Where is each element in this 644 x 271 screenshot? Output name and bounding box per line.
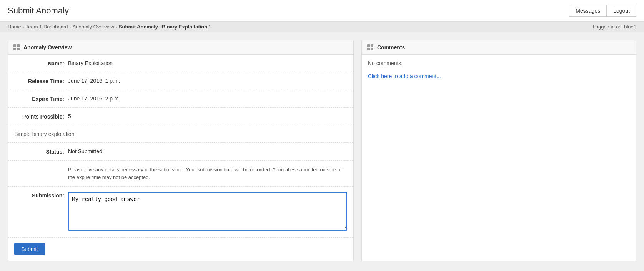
submit-row: Submit	[8, 238, 353, 261]
right-panel-header: Comments	[362, 40, 636, 55]
submission-field-wrapper: My really good answer	[68, 192, 347, 232]
points-label: Points Possible:	[14, 113, 68, 120]
breadcrumb-sep-3: ›	[116, 24, 117, 30]
main-content: Anomaly Overview Name: Binary Exploitati…	[0, 32, 644, 269]
header: Submit Anomaly Messages Logout	[0, 0, 644, 22]
expire-value: June 17, 2016, 2 p.m.	[68, 95, 347, 102]
breadcrumb-anomaly-overview[interactable]: Anomaly Overview	[73, 24, 114, 30]
release-value: June 17, 2016, 1 p.m.	[68, 78, 347, 84]
breadcrumb-team-dashboard[interactable]: Team 1 Dashboard	[26, 24, 68, 30]
breadcrumb-current: Submit Anomaly "Binary Exploitation"	[119, 24, 210, 30]
notice-row: Please give any details necessary in the…	[8, 161, 353, 187]
right-panel: Comments No comments. Click here to add …	[361, 40, 636, 261]
release-label: Release Time:	[14, 78, 68, 84]
expire-time-row: Expire Time: June 17, 2016, 2 p.m.	[8, 90, 353, 108]
messages-button[interactable]: Messages	[569, 5, 607, 17]
notice-text: Please give any details necessary in the…	[68, 166, 347, 181]
add-comment-link[interactable]: Click here to add a comment...	[362, 72, 636, 85]
points-row: Points Possible: 5	[8, 108, 353, 125]
header-buttons: Messages Logout	[569, 5, 636, 17]
left-panel-header: Anomaly Overview	[8, 40, 353, 55]
name-label: Name:	[14, 60, 68, 67]
name-value: Binary Exploitation	[68, 60, 347, 66]
page-title: Submit Anomaly	[8, 6, 69, 16]
status-value: Not Submitted	[68, 148, 347, 154]
description-text: Simple binary explotation	[14, 131, 74, 137]
expire-label: Expire Time:	[14, 95, 68, 102]
notice-label-spacer	[14, 166, 68, 166]
breadcrumb-home[interactable]: Home	[8, 24, 21, 30]
left-panel-title: Anomaly Overview	[23, 44, 72, 50]
grid-icon-right	[367, 44, 373, 50]
status-row: Status: Not Submitted	[8, 143, 353, 161]
description-row: Simple binary explotation	[8, 125, 353, 143]
status-label: Status:	[14, 148, 68, 155]
breadcrumb: Home › Team 1 Dashboard › Anomaly Overvi…	[8, 24, 210, 30]
breadcrumb-bar: Home › Team 1 Dashboard › Anomaly Overvi…	[0, 22, 644, 32]
name-row: Name: Binary Exploitation	[8, 55, 353, 72]
breadcrumb-sep-1: ›	[23, 24, 24, 30]
right-panel-title: Comments	[377, 44, 405, 50]
submission-row: Submission: My really good answer	[8, 187, 353, 238]
points-value: 5	[68, 113, 347, 119]
left-panel: Anomaly Overview Name: Binary Exploitati…	[8, 40, 354, 261]
submission-textarea[interactable]: My really good answer	[68, 192, 347, 231]
no-comments-text: No comments.	[362, 55, 636, 72]
submission-label: Submission:	[14, 192, 68, 199]
logout-button[interactable]: Logout	[607, 5, 636, 17]
grid-icon	[13, 44, 20, 50]
submit-button[interactable]: Submit	[14, 243, 45, 255]
breadcrumb-sep-2: ›	[70, 24, 71, 30]
release-time-row: Release Time: June 17, 2016, 1 p.m.	[8, 72, 353, 90]
logged-in-status: Logged in as: blue1	[593, 24, 636, 30]
